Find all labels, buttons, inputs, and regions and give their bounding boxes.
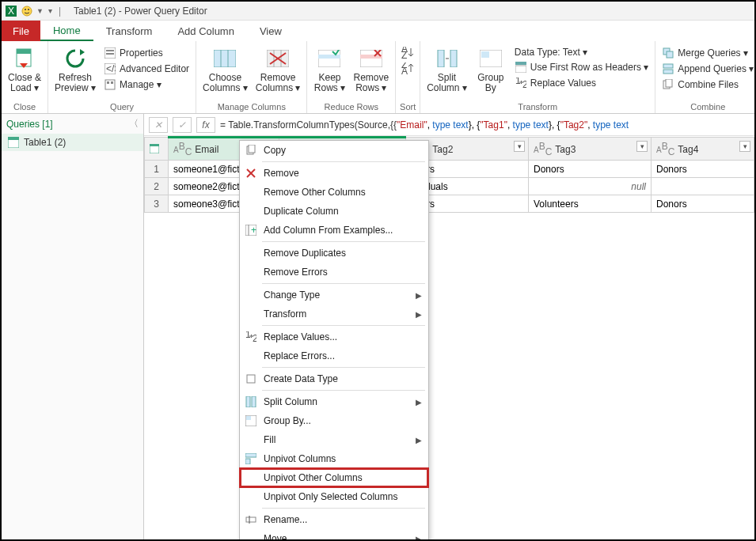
view-tab[interactable]: View	[247, 21, 294, 41]
ctx-unpivot-columns[interactable]: Unpivot Columns	[240, 449, 428, 468]
svg-rect-12	[105, 80, 115, 89]
first-row-headers-button[interactable]: Use First Row as Headers ▾	[511, 60, 652, 74]
remove-columns-button[interactable]: Remove Columns ▾	[253, 44, 304, 95]
remove-columns-icon	[265, 46, 291, 71]
svg-rect-36	[481, 51, 489, 58]
split-column-button[interactable]: Split Column ▾	[424, 44, 470, 95]
ribbon-group-label: Close	[5, 100, 44, 113]
submenu-arrow-icon: ▶	[416, 535, 422, 540]
sort-asc-icon: AZ	[401, 47, 414, 59]
cancel-formula-button[interactable]: ✕	[149, 117, 168, 133]
excel-icon: X	[5, 5, 17, 17]
ctx-group-by[interactable]: Group By...	[240, 411, 428, 430]
ctx-unpivot-other-columns[interactable]: Unpivot Other Columns	[240, 468, 428, 487]
main-area: ✕ ✓ fx = Table.TransformColumnTypes(Sour…	[144, 114, 754, 539]
ribbon-group-query: Refresh Preview ▾ Properties </>Advanced…	[48, 41, 196, 113]
svg-rect-44	[663, 70, 673, 74]
table-row[interactable]: 3 someone3@fictio onors Volunteers Donor…	[145, 195, 754, 213]
window-title: Table1 (2) - Power Query Editor	[74, 6, 207, 17]
home-tab[interactable]: Home	[40, 21, 93, 41]
submenu-arrow-icon: ▶	[416, 436, 422, 445]
close-load-button[interactable]: Close & Load ▾	[5, 44, 44, 95]
formula-bar: ✕ ✓ fx = Table.TransformColumnTypes(Sour…	[144, 114, 754, 136]
filter-dropdown-icon[interactable]: ▾	[636, 141, 648, 152]
group-by-button[interactable]: Group By	[472, 44, 510, 95]
fx-button[interactable]: fx	[196, 117, 215, 133]
table-row[interactable]: 2 someone2@fictio dividuals null	[145, 178, 754, 195]
svg-rect-52	[150, 144, 159, 146]
ctx-copy[interactable]: Copy	[240, 141, 428, 160]
smiley-icon[interactable]	[21, 5, 33, 17]
data-type-button[interactable]: Data Type: Text ▾	[511, 46, 652, 59]
remove-rows-button[interactable]: Remove Rows ▾	[350, 44, 392, 95]
ctx-transform[interactable]: Transform▶	[240, 305, 428, 323]
choose-columns-icon	[212, 46, 237, 71]
combine-files-button[interactable]: Combine Files	[659, 78, 756, 92]
advanced-editor-button[interactable]: </>Advanced Editor	[101, 62, 192, 76]
ctx-remove-duplicates[interactable]: Remove Duplicates	[240, 244, 428, 263]
merge-queries-button[interactable]: Merge Queries ▾	[659, 46, 756, 60]
choose-columns-button[interactable]: Choose Columns ▾	[199, 44, 251, 95]
append-queries-button[interactable]: Append Queries ▾	[659, 62, 756, 76]
collapse-pane-icon[interactable]: 〈	[129, 117, 139, 131]
transform-tab[interactable]: Transform	[93, 21, 165, 41]
submenu-arrow-icon: ▶	[416, 291, 422, 300]
ribbon-group-sort: AZ ZA Sort	[396, 41, 420, 113]
corner-cell[interactable]	[145, 138, 169, 161]
column-header-tag3[interactable]: ABCTag3▾	[529, 138, 652, 161]
svg-point-4	[28, 9, 29, 10]
file-tab[interactable]: File	[2, 21, 40, 41]
svg-rect-13	[107, 81, 109, 84]
filter-dropdown-icon[interactable]: ▾	[514, 141, 525, 152]
svg-rect-14	[111, 81, 113, 84]
context-menu: Copy Remove Remove Other Columns Duplica…	[239, 140, 429, 539]
ctx-duplicate-column[interactable]: Duplicate Column	[240, 202, 428, 221]
sort-asc-button[interactable]: AZ	[401, 46, 415, 60]
manage-icon	[104, 78, 116, 91]
data-grid[interactable]: ABCEmail▾ ABCTag1▾ ABCTag2▾ ABCTag3▾ ABC…	[144, 136, 754, 539]
ctx-add-column-examples[interactable]: +Add Column From Examples...	[240, 221, 428, 240]
ctx-replace-errors[interactable]: Replace Errors...	[240, 346, 428, 365]
ctx-remove-errors[interactable]: Remove Errors	[240, 263, 428, 282]
svg-rect-50	[8, 137, 19, 140]
keep-rows-button[interactable]: Keep Rows ▾	[310, 44, 348, 95]
filter-dropdown-icon[interactable]: ▾	[739, 141, 750, 152]
properties-button[interactable]: Properties	[101, 46, 192, 60]
svg-rect-42	[667, 51, 673, 58]
quickbar-overflow[interactable]: ▾	[48, 6, 52, 15]
ribbon-group-label: Transform	[424, 100, 652, 113]
ribbon-group-reduce-rows: Keep Rows ▾ Remove Rows ▾ Reduce Rows	[307, 41, 396, 113]
ctx-rename[interactable]: Rename...	[240, 510, 428, 529]
accept-formula-button[interactable]: ✓	[173, 117, 192, 133]
ctx-remove-other-columns[interactable]: Remove Other Columns	[240, 183, 428, 202]
svg-rect-68	[245, 459, 250, 464]
keep-rows-icon	[317, 46, 342, 71]
ctx-replace-values[interactable]: 12Replace Values...	[240, 327, 428, 346]
ctx-fill[interactable]: Fill▶	[240, 430, 428, 449]
ctx-split-column[interactable]: Split Column▶	[240, 392, 428, 411]
ctx-remove[interactable]: Remove	[240, 164, 428, 183]
table-row[interactable]: 1 someone1@fictio onors Donors Donors	[145, 161, 754, 178]
dropdown-icon[interactable]: ▼	[36, 7, 44, 15]
svg-rect-33	[438, 50, 444, 67]
manage-button[interactable]: Manage ▾	[101, 78, 192, 92]
queries-pane-header[interactable]: Queries [1] 〈	[2, 114, 143, 134]
formula-text[interactable]: = Table.TransformColumnTypes(Source,{{"E…	[220, 119, 750, 131]
split-column-icon	[245, 395, 257, 408]
ribbon-group-label: Query	[51, 100, 192, 113]
svg-text:X: X	[8, 6, 14, 17]
ctx-unpivot-selected-columns[interactable]: Unpivot Only Selected Columns	[240, 487, 428, 506]
sort-desc-button[interactable]: ZA	[401, 62, 415, 76]
ctx-move[interactable]: Move▶	[240, 529, 428, 539]
ctx-create-data-type[interactable]: Create Data Type	[240, 369, 428, 388]
column-header-tag4[interactable]: ABCTag4▾	[652, 138, 754, 161]
refresh-preview-button[interactable]: Refresh Preview ▾	[51, 44, 99, 95]
ctx-change-type[interactable]: Change Type▶	[240, 286, 428, 305]
replace-values-button[interactable]: 12Replace Values	[511, 76, 652, 90]
svg-rect-15	[214, 50, 236, 67]
workspace: Queries [1] 〈 Table1 (2) ✕ ✓ fx = Table.…	[2, 114, 754, 539]
properties-icon	[104, 47, 116, 59]
add-column-tab[interactable]: Add Column	[165, 21, 247, 41]
query-item[interactable]: Table1 (2)	[2, 134, 143, 151]
data-type-icon	[245, 373, 257, 385]
